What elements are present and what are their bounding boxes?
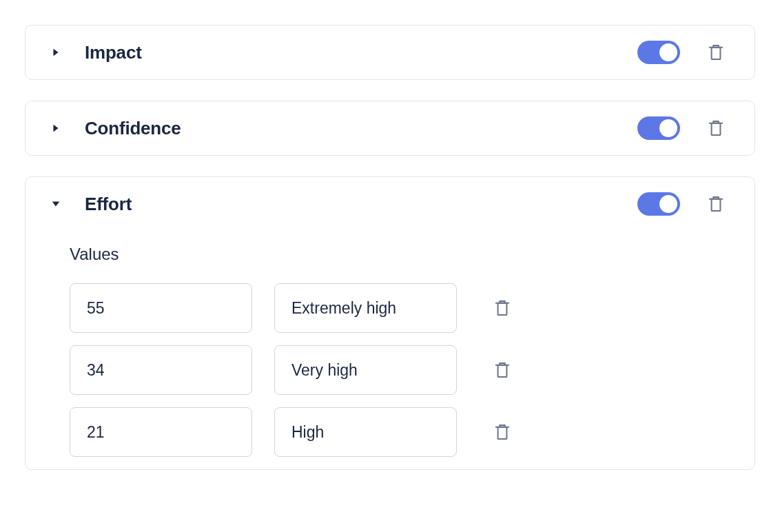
panel-effort: Effort Values bbox=[25, 176, 755, 470]
toggle-confidence[interactable] bbox=[637, 116, 680, 140]
toggle-effort[interactable] bbox=[637, 192, 680, 216]
value-label-input[interactable] bbox=[274, 345, 457, 395]
trash-icon[interactable] bbox=[493, 422, 512, 442]
value-label-input[interactable] bbox=[274, 407, 457, 457]
value-row bbox=[70, 283, 731, 333]
svg-rect-11 bbox=[498, 427, 507, 439]
svg-rect-9 bbox=[498, 365, 507, 377]
values-label: Values bbox=[70, 245, 731, 264]
trash-icon[interactable] bbox=[493, 298, 512, 318]
svg-rect-3 bbox=[712, 123, 721, 135]
trash-icon[interactable] bbox=[706, 43, 726, 62]
value-number-input[interactable] bbox=[70, 345, 252, 395]
value-row bbox=[70, 345, 731, 395]
trash-icon[interactable] bbox=[706, 119, 726, 138]
panel-controls bbox=[637, 41, 726, 64]
chevron-down-icon[interactable] bbox=[49, 197, 63, 211]
panel-title: Impact bbox=[85, 42, 615, 63]
value-number-input[interactable] bbox=[70, 407, 252, 457]
panel-confidence: Confidence bbox=[25, 101, 755, 156]
svg-rect-1 bbox=[712, 48, 721, 59]
svg-rect-7 bbox=[498, 303, 507, 315]
panel-controls bbox=[637, 192, 726, 216]
chevron-right-icon[interactable] bbox=[49, 121, 63, 135]
value-number-input[interactable] bbox=[70, 283, 252, 333]
panel-controls bbox=[637, 116, 726, 140]
panel-header-confidence: Confidence bbox=[25, 101, 755, 155]
panel-header-effort: Effort bbox=[25, 177, 755, 231]
trash-icon[interactable] bbox=[493, 360, 512, 380]
chevron-right-icon[interactable] bbox=[49, 45, 63, 59]
value-label-input[interactable] bbox=[274, 283, 457, 333]
toggle-impact[interactable] bbox=[637, 41, 680, 64]
panel-impact: Impact bbox=[25, 25, 755, 80]
panel-header-impact: Impact bbox=[25, 25, 755, 79]
panel-body-effort: Values bbox=[25, 231, 755, 457]
panel-title: Effort bbox=[85, 194, 615, 215]
value-row bbox=[70, 407, 731, 457]
svg-rect-5 bbox=[712, 199, 721, 211]
panel-title: Confidence bbox=[85, 118, 615, 139]
trash-icon[interactable] bbox=[706, 194, 726, 214]
